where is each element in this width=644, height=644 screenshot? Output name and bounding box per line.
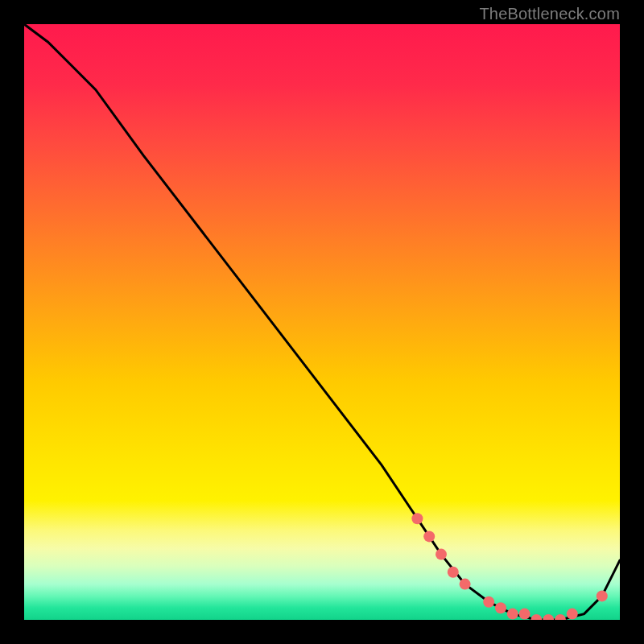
- curve-markers: [411, 513, 607, 620]
- data-point: [567, 609, 578, 620]
- data-point: [507, 609, 518, 620]
- attribution-label: TheBottleneck.com: [479, 5, 620, 23]
- curve-line: [24, 24, 620, 620]
- data-point: [530, 614, 542, 620]
- data-point: [543, 614, 554, 620]
- chart-svg: [24, 24, 620, 620]
- data-point: [555, 614, 566, 620]
- data-point: [483, 597, 494, 608]
- data-point: [519, 609, 530, 620]
- data-point: [436, 549, 447, 560]
- data-point: [448, 567, 459, 578]
- data-point: [495, 602, 506, 613]
- plot-area: [24, 24, 620, 620]
- data-point: [411, 513, 423, 524]
- data-point: [460, 579, 471, 590]
- chart-frame: TheBottleneck.com: [0, 0, 644, 644]
- data-point: [423, 530, 435, 542]
- data-point: [597, 590, 608, 601]
